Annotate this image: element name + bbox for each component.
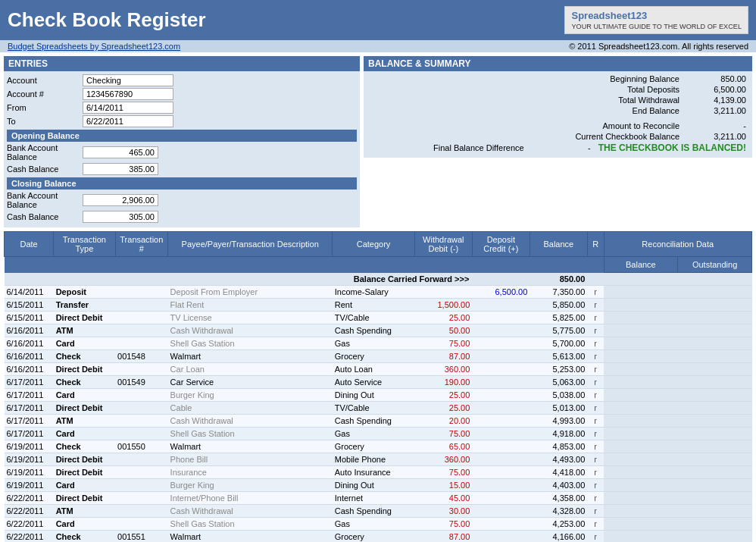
cell-payee: Cash Withdrawal — [168, 504, 333, 517]
cell-recon-outstanding — [678, 427, 752, 440]
cell-type: Check — [54, 349, 115, 362]
cell-balance: 4,166.00 — [530, 530, 587, 542]
final-balance-row: Final Balance Difference - THE CHECKBOOK… — [370, 143, 746, 153]
cell-deposit — [472, 530, 530, 542]
cell-num: 001548 — [115, 349, 168, 362]
cell-deposit — [472, 453, 530, 465]
subtitle-link[interactable]: Budget Spreadsheets by Spreadsheet123.co… — [8, 42, 180, 51]
cell-r: r — [587, 465, 604, 478]
cell-withdrawal — [414, 285, 472, 298]
cell-deposit — [472, 491, 530, 504]
table-row: 6/17/2011 ATM Cash Withdrawal Cash Spend… — [5, 414, 752, 427]
cell-r: r — [587, 324, 604, 337]
account-input[interactable] — [83, 74, 173, 86]
cell-r: r — [587, 530, 604, 542]
total-deposits-row: Total Deposits 6,500.00 — [370, 85, 746, 94]
cell-category: TV/Cable — [333, 311, 415, 324]
bank-balance-input[interactable] — [83, 146, 158, 158]
cell-type: Card — [54, 427, 115, 440]
cell-type: Card — [54, 337, 115, 349]
table-row: 6/17/2011 Check 001549 Car Service Auto … — [5, 375, 752, 388]
cell-payee: Cash Withdrawal — [168, 414, 333, 427]
cell-recon-balance — [604, 478, 678, 491]
cell-type: Card — [54, 388, 115, 401]
cell-num — [115, 285, 168, 298]
cell-withdrawal: 75.00 — [414, 465, 472, 478]
col-balance: Balance — [530, 232, 587, 257]
cell-payee: Shell Gas Station — [168, 427, 333, 440]
carried-forward-balance: 850.00 — [530, 273, 587, 286]
amount-reconcile-label: Amount to Reconcile — [534, 121, 686, 130]
cell-recon-balance — [604, 324, 678, 337]
total-deposits-label: Total Deposits — [534, 85, 686, 94]
entries-body: Account Account # From To Opening Balanc… — [4, 71, 360, 227]
cell-deposit — [472, 375, 530, 388]
copyright: © 2011 Spreadsheet123.com. All rights re… — [569, 42, 748, 51]
total-deposits-value: 6,500.00 — [686, 85, 746, 94]
end-balance-value: 3,211.00 — [686, 106, 746, 115]
cell-payee: Walmart — [168, 349, 333, 362]
cell-payee: Cable — [168, 401, 333, 414]
cell-type: Deposit — [54, 285, 115, 298]
cell-type: ATM — [54, 504, 115, 517]
cell-type: Card — [54, 517, 115, 530]
from-input[interactable] — [83, 102, 173, 114]
cell-balance: 5,775.00 — [530, 324, 587, 337]
cell-withdrawal: 25.00 — [414, 388, 472, 401]
cell-num — [115, 465, 168, 478]
table-row: 6/16/2011 Card Shell Gas Station Gas 75.… — [5, 337, 752, 349]
cell-date: 6/17/2011 — [5, 375, 54, 388]
cell-num — [115, 427, 168, 440]
cell-category: Dining Out — [333, 478, 415, 491]
balance-panel: BALANCE & SUMMARY Beginning Balance 850.… — [364, 56, 752, 227]
cell-num — [115, 298, 168, 311]
account-num-label: Account # — [7, 89, 83, 99]
beginning-balance-value: 850.00 — [686, 74, 746, 83]
cell-payee: TV License — [168, 311, 333, 324]
cell-r: r — [587, 362, 604, 375]
final-balance-value: - — [530, 143, 591, 152]
cell-balance: 4,418.00 — [530, 465, 587, 478]
cell-balance: 4,403.00 — [530, 478, 587, 491]
beginning-balance-label: Beginning Balance — [534, 74, 686, 83]
closing-bank-input[interactable] — [83, 194, 158, 206]
col-deposit: Deposit Credit (+) — [472, 232, 530, 257]
cell-withdrawal: 75.00 — [414, 337, 472, 349]
cell-category: Cash Spending — [333, 414, 415, 427]
header: Check Book Register Spreadsheet123 YOUR … — [0, 0, 756, 40]
cell-deposit — [472, 298, 530, 311]
table-row: 6/16/2011 Check 001548 Walmart Grocery 8… — [5, 349, 752, 362]
cell-category: Cash Spending — [333, 324, 415, 337]
cell-category: Gas — [333, 427, 415, 440]
cell-balance: 5,825.00 — [530, 311, 587, 324]
cell-num — [115, 324, 168, 337]
from-row: From — [7, 102, 357, 114]
cell-type: Check — [54, 440, 115, 453]
entries-header: ENTRIES — [4, 56, 360, 71]
cell-type: Check — [54, 375, 115, 388]
cell-withdrawal: 65.00 — [414, 440, 472, 453]
cell-recon-balance — [604, 465, 678, 478]
cell-balance: 4,358.00 — [530, 491, 587, 504]
cell-r: r — [587, 337, 604, 349]
cash-balance-input[interactable] — [83, 163, 158, 175]
cell-deposit — [472, 401, 530, 414]
cell-r: r — [587, 427, 604, 440]
cell-num — [115, 362, 168, 375]
account-num-row: Account # — [7, 88, 357, 100]
cell-deposit — [472, 414, 530, 427]
to-input[interactable] — [83, 115, 173, 127]
cell-num — [115, 453, 168, 465]
cell-withdrawal: 25.00 — [414, 401, 472, 414]
cell-num: 001549 — [115, 375, 168, 388]
cell-recon-balance — [604, 311, 678, 324]
cell-date: 6/16/2011 — [5, 324, 54, 337]
closing-cash-input[interactable] — [83, 211, 158, 223]
table-row: 6/19/2011 Direct Debit Phone Bill Mobile… — [5, 453, 752, 465]
cell-recon-outstanding — [678, 414, 752, 427]
cell-payee: Shell Gas Station — [168, 337, 333, 349]
cell-r: r — [587, 491, 604, 504]
cell-withdrawal: 45.00 — [414, 491, 472, 504]
account-num-input[interactable] — [83, 88, 173, 100]
total-withdrawal-row: Total Withdrawal 4,139.00 — [370, 96, 746, 105]
